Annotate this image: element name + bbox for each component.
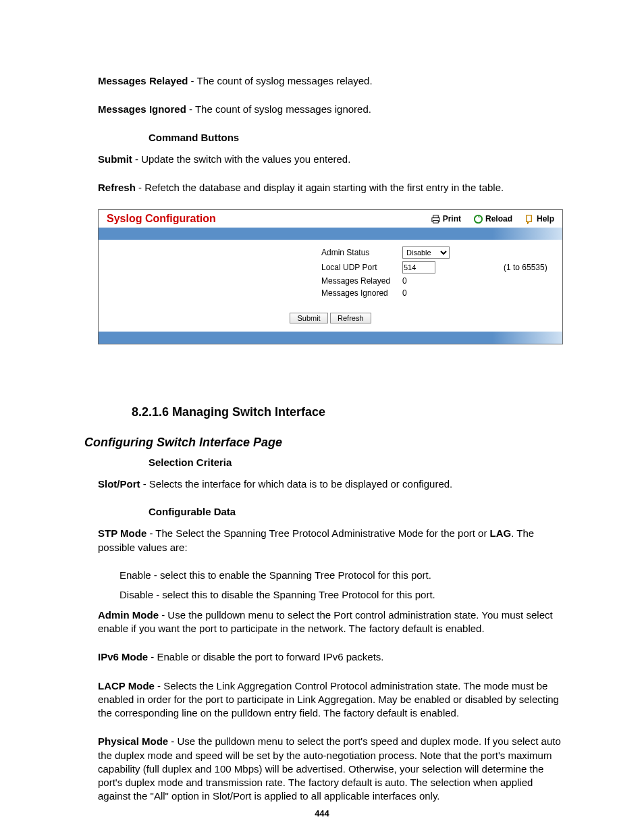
- panel-body: Admin Status Disable Local UDP Port (1 t…: [99, 240, 562, 332]
- page-number: 444: [0, 808, 644, 818]
- messages-relayed-value: 0: [402, 276, 504, 286]
- form-grid: Admin Status Disable Local UDP Port (1 t…: [99, 246, 562, 298]
- syslog-config-panel: Syslog Configuration Print Reload Help: [98, 209, 563, 344]
- panel-header: Syslog Configuration Print Reload Help: [99, 210, 562, 228]
- definition-refresh: Refresh - Refetch the database and displ…: [98, 181, 563, 194]
- help-button[interactable]: Help: [525, 214, 554, 224]
- help-icon: [525, 214, 535, 224]
- term: Admin Mode: [98, 609, 159, 621]
- button-row: Submit Refresh: [99, 298, 562, 323]
- blue-bar-top: [99, 228, 562, 240]
- term: Submit: [98, 153, 132, 165]
- admin-status-select[interactable]: Disable: [402, 246, 450, 259]
- desc: - Refetch the database and display it ag…: [136, 182, 504, 193]
- definition-stp-mode: STP Mode - The Select the Spanning Tree …: [98, 527, 563, 554]
- print-icon: [431, 214, 441, 224]
- definition-admin-mode: Admin Mode - Use the pulldown menu to se…: [98, 608, 563, 636]
- admin-status-label: Admin Status: [321, 248, 402, 257]
- section-heading: 8.2.1.6 Managing Switch Interface: [132, 405, 563, 419]
- print-button[interactable]: Print: [431, 214, 461, 224]
- refresh-button[interactable]: Refresh: [330, 313, 371, 323]
- desc: - Update the switch with the values you …: [132, 153, 351, 165]
- desc: - Enable or disable the port to forward …: [148, 651, 383, 662]
- desc: - The count of syslog messages ignored.: [186, 103, 371, 115]
- document-page: Messages Relayed - The count of syslog m…: [0, 0, 644, 834]
- desc: - Selects the Link Aggregation Control P…: [98, 680, 559, 719]
- desc: - Selects the interface for which data i…: [140, 478, 453, 490]
- submit-button[interactable]: Submit: [290, 313, 327, 323]
- local-udp-port-hint: (1 to 65535): [504, 263, 562, 272]
- messages-ignored-value: 0: [402, 288, 504, 298]
- stp-enable-item: Enable - select this to enable the Spann…: [119, 569, 563, 581]
- term: Messages Relayed: [98, 75, 188, 86]
- stp-disable-item: Disable - select this to disable the Spa…: [119, 589, 563, 600]
- local-udp-port-input[interactable]: [402, 261, 435, 273]
- desc: - The count of syslog messages relayed.: [188, 75, 372, 86]
- term: Physical Mode: [98, 735, 168, 747]
- mid: - The Select the Spanning Tree Protocol …: [146, 527, 489, 539]
- messages-ignored-label: Messages Ignored: [321, 288, 402, 298]
- svg-rect-1: [433, 215, 438, 217]
- definition-ipv6-mode: IPv6 Mode - Enable or disable the port t…: [98, 650, 563, 664]
- heading-configurable-data: Configurable Data: [149, 506, 563, 517]
- desc: - Use the pulldown menu to select the Po…: [98, 609, 553, 634]
- reload-label: Reload: [485, 214, 512, 224]
- term: Slot/Port: [98, 478, 140, 490]
- reload-button[interactable]: Reload: [473, 214, 512, 224]
- local-udp-port-label: Local UDP Port: [321, 263, 402, 272]
- heading-command-buttons: Command Buttons: [149, 132, 563, 143]
- blue-bar-bottom: [99, 332, 562, 344]
- definition-messages-ignored: Messages Ignored - The count of syslog m…: [98, 103, 563, 116]
- panel-actions: Print Reload Help: [431, 214, 554, 224]
- lag: LAG: [490, 527, 512, 539]
- svg-rect-2: [433, 220, 438, 223]
- heading-selection-criteria: Selection Criteria: [149, 457, 563, 468]
- help-label: Help: [537, 214, 554, 224]
- reload-icon: [473, 214, 483, 224]
- definition-physical-mode: Physical Mode - Use the pulldown menu to…: [98, 735, 563, 803]
- section-subheading: Configuring Switch Interface Page: [84, 436, 563, 450]
- term: LACP Mode: [98, 680, 155, 692]
- definition-slot-port: Slot/Port - Selects the interface for wh…: [98, 477, 563, 491]
- term: Messages Ignored: [98, 103, 186, 115]
- definition-lacp-mode: LACP Mode - Selects the Link Aggregation…: [98, 679, 563, 721]
- print-label: Print: [443, 214, 461, 224]
- definition-submit: Submit - Update the switch with the valu…: [98, 153, 563, 166]
- definition-messages-relayed: Messages Relayed - The count of syslog m…: [98, 74, 563, 88]
- term: Refresh: [98, 182, 136, 193]
- panel-title: Syslog Configuration: [107, 213, 216, 225]
- term: STP Mode: [98, 527, 146, 539]
- messages-relayed-label: Messages Relayed: [321, 276, 402, 286]
- term: IPv6 Mode: [98, 651, 148, 662]
